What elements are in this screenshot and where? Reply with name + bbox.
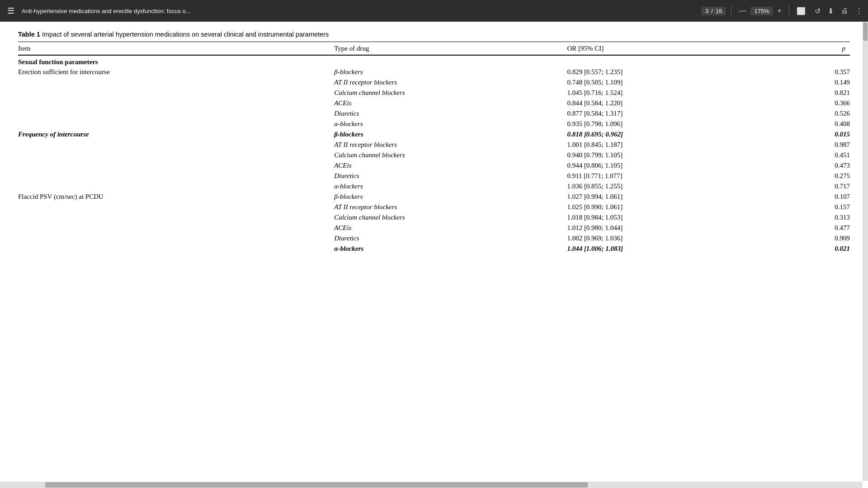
table-row: α-blockers1.036 [0.855; 1.255]0.717 bbox=[18, 181, 850, 192]
cell-drug: Calcium channel blockers bbox=[334, 150, 567, 160]
table-row: Calcium channel blockers1.045 [0.716; 1.… bbox=[18, 88, 850, 98]
col-header-p: p bbox=[767, 42, 850, 55]
cell-p: 0.275 bbox=[767, 171, 850, 181]
cell-or: 0.844 [0.584; 1.220] bbox=[567, 98, 767, 108]
cell-item: Erection sufficient for intercourse bbox=[18, 67, 334, 77]
cell-drug: ACEis bbox=[334, 160, 567, 171]
data-table: Item Type of drug OR [95% CI] p Sexual f… bbox=[18, 42, 850, 254]
page-separator: / bbox=[711, 8, 713, 14]
download-icon[interactable]: ⬇ bbox=[828, 7, 834, 15]
cell-p: 0.717 bbox=[767, 181, 850, 192]
cell-or: 0.935 [0.798; 1.096] bbox=[567, 119, 767, 129]
cell-or: 0.944 [0.806; 1.105] bbox=[567, 160, 767, 171]
table-row: Calcium channel blockers1.018 [0.984; 1.… bbox=[18, 212, 850, 223]
cell-drug: α-blockers bbox=[334, 244, 567, 254]
cell-drug: β-blockers bbox=[334, 129, 567, 140]
cell-or: 1.012 [0.980; 1.044] bbox=[567, 223, 767, 233]
more-options-icon[interactable]: ⋮ bbox=[855, 7, 863, 15]
zoom-level[interactable]: 175% bbox=[750, 7, 773, 15]
table-row: Frequency of intercourseβ-blockers0.818 … bbox=[18, 129, 850, 140]
cell-or: 1.002 [0.969; 1.036] bbox=[567, 233, 767, 244]
cell-drug: β-blockers bbox=[334, 192, 567, 202]
table-number: Table 1 bbox=[18, 31, 40, 38]
cell-item bbox=[18, 140, 334, 150]
toolbar-right-actions: ⬇ 🖨 ⋮ bbox=[828, 7, 863, 15]
cell-item bbox=[18, 212, 334, 223]
cell-drug: α-blockers bbox=[334, 119, 567, 129]
cell-p: 0.909 bbox=[767, 233, 850, 244]
table-row: α-blockers0.935 [0.798; 1.096]0.408 bbox=[18, 119, 850, 129]
cell-p: 0.526 bbox=[767, 108, 850, 119]
cell-or: 0.940 [0.799; 1.105] bbox=[567, 150, 767, 160]
menu-icon[interactable]: ☰ bbox=[5, 4, 16, 18]
cell-item bbox=[18, 88, 334, 98]
right-scrollbar[interactable] bbox=[863, 22, 868, 481]
cell-item bbox=[18, 108, 334, 119]
table-row: α-blockers1.044 [1.006; 1.083]0.021 bbox=[18, 244, 850, 254]
cell-item bbox=[18, 233, 334, 244]
cell-drug: ACEis bbox=[334, 223, 567, 233]
cell-p: 0.157 bbox=[767, 202, 850, 212]
cell-item bbox=[18, 202, 334, 212]
divider-1 bbox=[731, 5, 731, 16]
table-title: Table 1 Impact of several arterial hyper… bbox=[18, 31, 850, 38]
cell-or: 0.911 [0.771; 1.077] bbox=[567, 171, 767, 181]
cell-drug: Calcium channel blockers bbox=[334, 88, 567, 98]
fit-page-button[interactable]: ⬜ bbox=[795, 6, 807, 16]
cell-drug: ACEis bbox=[334, 98, 567, 108]
cell-drug: Diuretics bbox=[334, 171, 567, 181]
toolbar: ☰ Anti-hypertensive medications and erec… bbox=[0, 0, 868, 22]
table-row: AT II receptor blockers1.001 [0.845; 1.1… bbox=[18, 140, 850, 150]
divider-2 bbox=[789, 5, 789, 16]
zoom-in-button[interactable]: + bbox=[776, 6, 783, 16]
col-header-drug: Type of drug bbox=[334, 42, 567, 55]
cell-or: 1.001 [0.845; 1.187] bbox=[567, 140, 767, 150]
table-row: Diuretics0.877 [0.584; 1.317]0.526 bbox=[18, 108, 850, 119]
cell-or: 1.027 [0.994; 1.061] bbox=[567, 192, 767, 202]
print-icon[interactable]: 🖨 bbox=[841, 7, 848, 15]
cell-drug: AT II receptor blockers bbox=[334, 140, 567, 150]
cell-drug: Diuretics bbox=[334, 233, 567, 244]
cell-or: 0.829 [0.557; 1.235] bbox=[567, 67, 767, 77]
cell-item bbox=[18, 77, 334, 88]
cell-p: 0.107 bbox=[767, 192, 850, 202]
bottom-scrollbar[interactable] bbox=[0, 482, 863, 488]
cell-p: 0.987 bbox=[767, 140, 850, 150]
rotate-button[interactable]: ↺ bbox=[813, 6, 822, 16]
table-row: ACEis0.844 [0.584; 1.220]0.366 bbox=[18, 98, 850, 108]
table-row: Diuretics0.911 [0.771; 1.077]0.275 bbox=[18, 171, 850, 181]
table-row: ACEis0.944 [0.806; 1.105]0.473 bbox=[18, 160, 850, 171]
bottom-scrollbar-thumb[interactable] bbox=[45, 482, 588, 488]
scrollbar-thumb[interactable] bbox=[863, 23, 868, 41]
cell-or: 0.818 [0.695; 0.962] bbox=[567, 129, 767, 140]
cell-p: 0.408 bbox=[767, 119, 850, 129]
cell-or: 1.045 [0.716; 1.524] bbox=[567, 88, 767, 98]
cell-p: 0.021 bbox=[767, 244, 850, 254]
table-row: Erection sufficient for intercourseβ-blo… bbox=[18, 67, 850, 77]
section-header: Sexual function parameters bbox=[18, 55, 850, 67]
cell-item bbox=[18, 160, 334, 171]
table-row: ACEis1.012 [0.980; 1.044]0.477 bbox=[18, 223, 850, 233]
table-row: AT II receptor blockers1.025 [0.990; 1.0… bbox=[18, 202, 850, 212]
document-title: Anti-hypertensive medications and erecti… bbox=[22, 8, 696, 14]
col-header-or: OR [95% CI] bbox=[567, 42, 767, 55]
cell-or: 1.025 [0.990; 1.061] bbox=[567, 202, 767, 212]
table-row: AT II receptor blockers0.748 [0.505; 1.1… bbox=[18, 77, 850, 88]
cell-p: 0.313 bbox=[767, 212, 850, 223]
cell-p: 0.451 bbox=[767, 150, 850, 160]
cell-or: 0.877 [0.584; 1.317] bbox=[567, 108, 767, 119]
table-row: Flaccid PSV (cm/sec) at PCDUβ-blockers1.… bbox=[18, 192, 850, 202]
cell-item bbox=[18, 171, 334, 181]
zoom-out-button[interactable]: — bbox=[737, 6, 748, 16]
page-current[interactable]: 3 bbox=[705, 8, 708, 14]
cell-drug: Diuretics bbox=[334, 108, 567, 119]
cell-item bbox=[18, 244, 334, 254]
table-title-text: Impact of several arterial hypertension … bbox=[40, 31, 329, 38]
cell-or: 1.036 [0.855; 1.255] bbox=[567, 181, 767, 192]
cell-p: 0.473 bbox=[767, 160, 850, 171]
zoom-controls: — 175% + bbox=[737, 6, 783, 16]
cell-item bbox=[18, 181, 334, 192]
page-navigation: 3 / 16 bbox=[702, 7, 726, 15]
cell-p: 0.357 bbox=[767, 67, 850, 77]
cell-or: 0.748 [0.505; 1.109] bbox=[567, 77, 767, 88]
